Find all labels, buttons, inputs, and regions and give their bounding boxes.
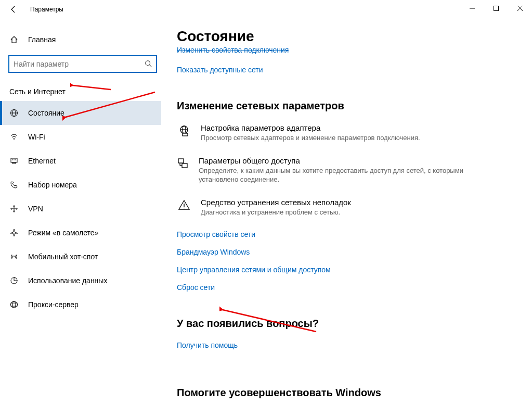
search-box[interactable]: [8, 55, 157, 73]
sidebar-item-wifi[interactable]: Wi-Fi: [0, 125, 161, 149]
svg-rect-29: [178, 159, 184, 163]
minimize-button[interactable]: [460, 0, 484, 17]
svg-rect-28: [183, 133, 188, 136]
questions-heading: У вас появились вопросы?: [177, 318, 516, 330]
truncated-link[interactable]: Изменить свойства подключения: [177, 46, 289, 54]
hotspot-icon: [9, 253, 19, 261]
sidebar-section: Сеть и Интернет: [0, 78, 161, 101]
svg-rect-1: [494, 6, 499, 11]
option-desc: Определите, к каким данным вы хотите пре…: [199, 166, 489, 184]
sidebar-item-hotspot[interactable]: Мобильный хот-спот: [0, 245, 161, 269]
svg-point-16: [16, 208, 17, 209]
sidebar-item-airplane[interactable]: Режим «в самолете»: [0, 221, 161, 245]
svg-line-5: [150, 65, 152, 67]
svg-point-9: [14, 139, 15, 140]
close-button[interactable]: [508, 0, 532, 17]
option-title: Настройка параметров адаптера: [201, 123, 420, 132]
get-help-link[interactable]: Получить помощь: [177, 341, 238, 349]
link-network-properties[interactable]: Просмотр свойств сети: [177, 230, 255, 238]
sidebar-item-label: Прокси-сервер: [28, 300, 79, 309]
option-title: Параметры общего доступа: [199, 156, 489, 165]
adapter-icon: [177, 123, 191, 143]
svg-point-18: [14, 211, 15, 212]
option-desc: Диагностика и устранение проблем с сетью…: [201, 208, 351, 217]
sidebar-item-label: Набор номера: [28, 181, 77, 189]
wifi-icon: [9, 133, 19, 141]
sidebar-item-ethernet[interactable]: Ethernet: [0, 149, 161, 173]
ethernet-icon: [9, 157, 19, 165]
sidebar-item-status[interactable]: Состояние: [0, 101, 161, 125]
home-label: Главная: [28, 35, 56, 44]
change-settings-heading: Изменение сетевых параметров: [177, 100, 516, 112]
home-nav[interactable]: Главная: [0, 29, 161, 50]
maximize-button[interactable]: [484, 0, 508, 17]
option-adapter[interactable]: Настройка параметров адаптера Просмотр с…: [177, 123, 489, 143]
warning-icon: [177, 198, 191, 217]
option-sharing[interactable]: Параметры общего доступа Определите, к к…: [177, 156, 489, 184]
search-input[interactable]: [14, 60, 145, 68]
sidebar-item-label: Режим «в самолете»: [28, 229, 98, 237]
airplane-icon: [9, 229, 19, 237]
option-troubleshoot[interactable]: Средство устранения сетевых неполадок Ди…: [177, 198, 489, 217]
content-area: Состояние Изменить свойства подключения …: [161, 19, 532, 416]
vpn-icon: [9, 205, 19, 213]
home-icon: [9, 35, 19, 44]
improve-heading: Помогите усовершенствовать Windows: [177, 387, 516, 399]
sidebar-item-label: Состояние: [28, 109, 64, 117]
svg-point-17: [14, 206, 15, 207]
sidebar-item-proxy[interactable]: Прокси-сервер: [0, 293, 161, 317]
svg-point-34: [184, 207, 185, 208]
sharing-icon: [177, 156, 189, 184]
sidebar-item-dialup[interactable]: Набор номера: [0, 173, 161, 197]
sidebar-item-label: Использование данных: [28, 276, 107, 285]
sidebar-item-label: Wi-Fi: [28, 133, 45, 141]
window-controls: [460, 0, 532, 17]
svg-point-15: [11, 208, 12, 209]
link-firewall[interactable]: Брандмауэр Windows: [177, 248, 250, 256]
proxy-icon: [9, 300, 19, 309]
svg-point-21: [11, 301, 18, 308]
sidebar-item-datausage[interactable]: Использование данных: [0, 269, 161, 293]
svg-point-22: [12, 301, 16, 308]
sidebar-item-label: Мобильный хот-спот: [28, 253, 98, 261]
globe-icon: [9, 109, 19, 117]
sidebar-item-label: VPN: [28, 205, 43, 213]
svg-rect-30: [182, 163, 187, 168]
phone-icon: [9, 181, 19, 189]
page-heading: Состояние: [177, 28, 516, 45]
sidebar-item-label: Ethernet: [28, 157, 56, 165]
sidebar-item-vpn[interactable]: VPN: [0, 197, 161, 221]
link-network-reset[interactable]: Сброс сети: [177, 283, 215, 292]
window-title: Параметры: [30, 6, 63, 13]
link-network-center[interactable]: Центр управления сетями и общим доступом: [177, 266, 331, 274]
back-button[interactable]: [4, 0, 23, 19]
option-desc: Просмотр сетевых адаптеров и изменение п…: [201, 133, 420, 143]
option-title: Средство устранения сетевых неполадок: [201, 198, 351, 207]
search-icon: [145, 60, 152, 69]
sidebar: Главная Сеть и Интернет Состояние Wi-Fi …: [0, 19, 161, 416]
svg-rect-11: [12, 162, 16, 163]
svg-point-19: [14, 256, 15, 257]
svg-point-4: [146, 60, 150, 65]
titlebar: Параметры: [0, 0, 532, 19]
data-icon: [9, 276, 19, 285]
show-networks-link[interactable]: Показать доступные сети: [177, 66, 263, 74]
